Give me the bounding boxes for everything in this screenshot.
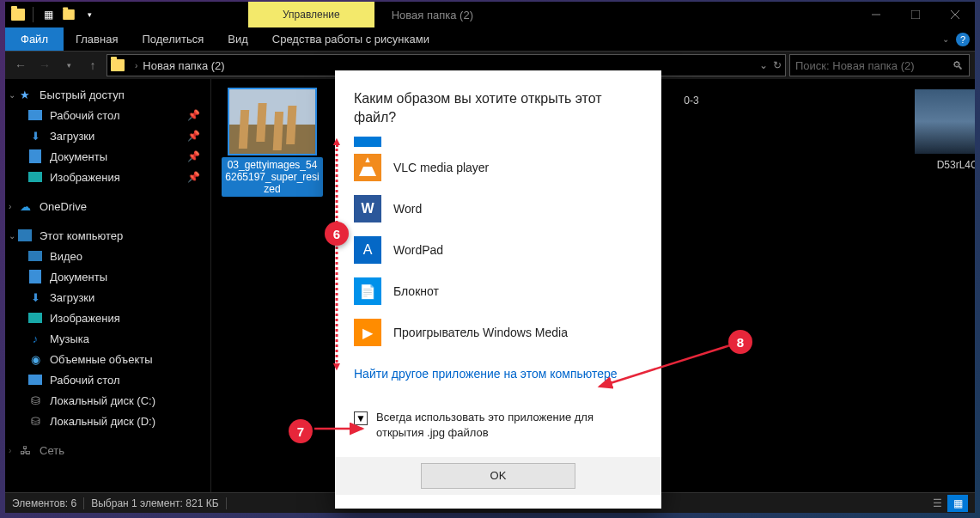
file-name: 0-3 xyxy=(680,93,702,108)
sidebar-this-pc[interactable]: ⌄Этот компьютер xyxy=(5,225,210,246)
document-icon xyxy=(27,270,43,283)
sidebar-item-videos[interactable]: Видео xyxy=(5,246,210,266)
file-name: 03_gettyimages_546265197_super_resized xyxy=(222,157,323,197)
sidebar-item-drive-c[interactable]: ⛁Локальный диск (C:) xyxy=(5,390,210,411)
ribbon-context-tab[interactable]: Управление xyxy=(248,2,374,27)
sidebar-item-drive-d[interactable]: ⛁Локальный диск (D:) xyxy=(5,411,210,431)
ribbon-tab-share[interactable]: Поделиться xyxy=(130,27,216,51)
pin-icon: 📌 xyxy=(187,171,200,183)
app-item-wordpad[interactable]: A WordPad xyxy=(354,229,642,271)
forward-button[interactable]: → xyxy=(34,55,55,76)
refresh-icon[interactable]: ↻ xyxy=(773,59,782,71)
qat-dropdown-icon[interactable]: ▾ xyxy=(80,5,99,24)
pictures-icon xyxy=(27,311,43,325)
navigation-pane: ⌄★Быстрый доступ Рабочий стол📌 ⬇Загрузки… xyxy=(5,79,211,492)
status-item-count: Элементов: 6 xyxy=(12,497,76,509)
chevron-right-icon[interactable]: › xyxy=(135,61,137,70)
ok-button[interactable]: OK xyxy=(421,463,575,489)
minimize-button[interactable] xyxy=(856,2,896,27)
close-button[interactable] xyxy=(935,2,975,27)
app-item-word[interactable]: W Word xyxy=(354,188,642,229)
video-icon xyxy=(27,249,43,263)
app-list[interactable]: VLC media player W Word A WordPad 📄 Блок… xyxy=(354,137,642,353)
ribbon-tab-home[interactable]: Главная xyxy=(64,27,130,51)
new-folder-icon[interactable] xyxy=(59,5,78,24)
cube-icon: ◉ xyxy=(27,352,43,366)
dialog-footer: OK xyxy=(335,457,661,495)
wordpad-icon: A xyxy=(354,236,381,264)
app-label: Блокнот xyxy=(393,284,439,298)
app-label: Проигрыватель Windows Media xyxy=(393,326,568,339)
word-icon: W xyxy=(354,195,381,222)
annotation-badge-8: 8 xyxy=(728,330,752,354)
annotation-badge-6: 6 xyxy=(325,222,349,246)
thumbnail-image xyxy=(229,89,315,154)
sidebar-item-music[interactable]: ♪Музыка xyxy=(5,328,210,349)
sidebar-network[interactable]: ›🖧Сеть xyxy=(5,440,210,460)
view-thumbnails-button[interactable]: ▦ xyxy=(947,495,968,512)
sidebar-item-pictures[interactable]: Изображения📌 xyxy=(5,167,210,187)
app-item-notepad[interactable]: 📄 Блокнот xyxy=(354,271,642,312)
wmp-icon: ▶ xyxy=(354,319,381,346)
ribbon-tab-view[interactable]: Вид xyxy=(216,27,260,51)
title-bar: ▦ ▾ Управление Новая папка (2) xyxy=(5,2,975,27)
sidebar-item-desktop[interactable]: Рабочий стол📌 xyxy=(5,105,210,125)
app-item-vlc[interactable]: VLC media player xyxy=(354,147,642,188)
file-item[interactable]: D53rL4O xyxy=(907,89,975,173)
pc-icon xyxy=(17,229,33,242)
ribbon-tab-picture-tools[interactable]: Средства работы с рисунками xyxy=(260,27,441,51)
svg-line-5 xyxy=(600,345,730,387)
search-input[interactable]: Поиск: Новая папка (2) 🔍︎ xyxy=(789,54,970,76)
always-use-row[interactable]: ▼ Всегда использовать это приложение для… xyxy=(354,410,642,441)
expand-icon[interactable]: › xyxy=(9,446,11,455)
search-icon[interactable]: 🔍︎ xyxy=(953,59,964,72)
always-use-label: Всегда использовать это приложение для о… xyxy=(376,410,642,441)
annotation-arrow-7 xyxy=(311,419,371,438)
app-item-partial[interactable] xyxy=(354,137,642,147)
maximize-button[interactable] xyxy=(896,2,935,27)
sidebar-item-documents[interactable]: Документы📌 xyxy=(5,146,210,167)
app-label: VLC media player xyxy=(393,161,489,174)
star-icon: ★ xyxy=(17,88,33,101)
help-icon[interactable]: ? xyxy=(956,33,970,46)
desktop-icon xyxy=(27,108,43,122)
drive-icon: ⛁ xyxy=(27,393,43,407)
app-label: WordPad xyxy=(393,243,443,257)
sidebar-item-downloads-pc[interactable]: ⬇Загрузки xyxy=(5,287,210,308)
sidebar-onedrive[interactable]: ›☁OneDrive xyxy=(5,196,210,216)
quick-access-toolbar: ▦ ▾ xyxy=(5,5,102,24)
network-icon: 🖧 xyxy=(17,443,33,457)
expand-icon[interactable]: › xyxy=(9,202,11,211)
properties-icon[interactable]: ▦ xyxy=(39,5,58,24)
sidebar-item-documents-pc[interactable]: Документы xyxy=(5,266,210,287)
folder-icon xyxy=(111,59,125,71)
app-label: Word xyxy=(393,202,422,216)
breadcrumb[interactable]: Новая папка (2) xyxy=(143,59,224,72)
address-dropdown-icon[interactable]: ⌄ xyxy=(759,59,768,71)
annotation-arrow-8 xyxy=(593,342,739,393)
recent-dropdown-icon[interactable]: ▾ xyxy=(58,55,79,76)
collapse-icon[interactable]: ⌄ xyxy=(9,231,15,241)
up-button[interactable]: ↑ xyxy=(82,55,103,76)
search-placeholder: Поиск: Новая папка (2) xyxy=(795,59,915,72)
status-selection: Выбран 1 элемент: 821 КБ xyxy=(91,497,218,509)
sidebar-item-downloads[interactable]: ⬇Загрузки📌 xyxy=(5,125,210,146)
window-title: Новая папка (2) xyxy=(392,9,473,21)
sidebar-quick-access[interactable]: ⌄★Быстрый доступ xyxy=(5,84,210,105)
pin-icon: 📌 xyxy=(187,130,200,142)
ribbon-file-tab[interactable]: Файл xyxy=(5,27,64,51)
svg-rect-1 xyxy=(911,10,920,19)
thumbnail-image xyxy=(915,89,975,154)
sidebar-item-pictures-pc[interactable]: Изображения xyxy=(5,308,210,328)
folder-icon xyxy=(9,5,27,24)
ribbon-collapse-icon[interactable]: ⌄ xyxy=(942,34,949,44)
back-button[interactable]: ← xyxy=(10,55,31,76)
window-controls xyxy=(856,2,975,27)
collapse-icon[interactable]: ⌄ xyxy=(9,90,15,100)
view-details-button[interactable]: ☰ xyxy=(927,495,947,512)
file-name: D53rL4O xyxy=(934,157,975,173)
pin-icon: 📌 xyxy=(187,109,200,121)
download-icon: ⬇ xyxy=(27,290,43,304)
sidebar-item-desktop-pc[interactable]: Рабочий стол xyxy=(5,369,210,390)
sidebar-item-3d-objects[interactable]: ◉Объемные объекты xyxy=(5,349,210,369)
